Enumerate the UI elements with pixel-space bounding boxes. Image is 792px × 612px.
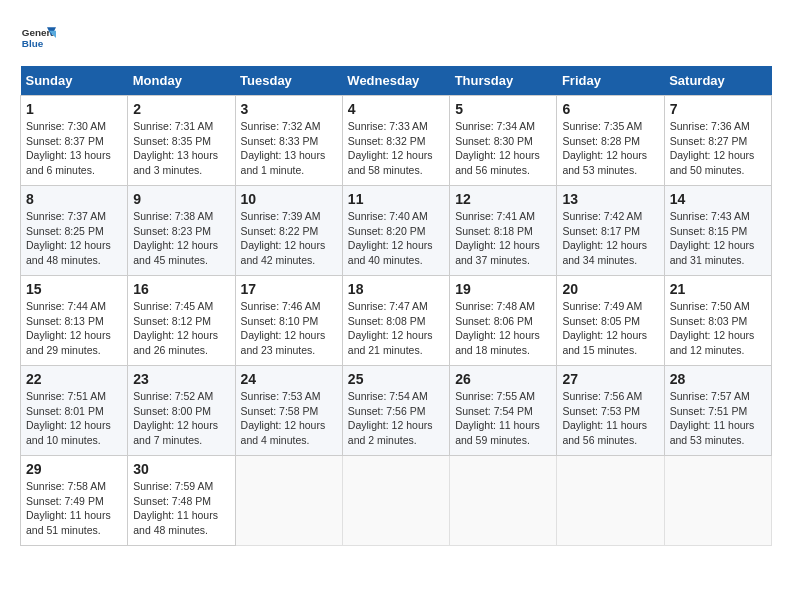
daylight-text: Daylight: 12 hours and 42 minutes. bbox=[241, 238, 337, 267]
daylight-text: Daylight: 11 hours and 51 minutes. bbox=[26, 508, 122, 537]
daylight-text: Daylight: 12 hours and 56 minutes. bbox=[455, 148, 551, 177]
sunset-text: Sunset: 7:51 PM bbox=[670, 404, 766, 419]
daylight-text: Daylight: 12 hours and 10 minutes. bbox=[26, 418, 122, 447]
calendar-cell: 4Sunrise: 7:33 AMSunset: 8:32 PMDaylight… bbox=[342, 96, 449, 186]
weekday-header-saturday: Saturday bbox=[664, 66, 771, 96]
calendar-cell: 14Sunrise: 7:43 AMSunset: 8:15 PMDayligh… bbox=[664, 186, 771, 276]
sunrise-text: Sunrise: 7:47 AM bbox=[348, 299, 444, 314]
calendar-cell: 20Sunrise: 7:49 AMSunset: 8:05 PMDayligh… bbox=[557, 276, 664, 366]
daylight-text: Daylight: 12 hours and 2 minutes. bbox=[348, 418, 444, 447]
sunrise-text: Sunrise: 7:40 AM bbox=[348, 209, 444, 224]
sunrise-text: Sunrise: 7:50 AM bbox=[670, 299, 766, 314]
daylight-text: Daylight: 11 hours and 48 minutes. bbox=[133, 508, 229, 537]
sunset-text: Sunset: 8:12 PM bbox=[133, 314, 229, 329]
sunrise-text: Sunrise: 7:56 AM bbox=[562, 389, 658, 404]
day-info: Sunrise: 7:52 AMSunset: 8:00 PMDaylight:… bbox=[133, 389, 229, 448]
sunset-text: Sunset: 8:22 PM bbox=[241, 224, 337, 239]
calendar-cell: 13Sunrise: 7:42 AMSunset: 8:17 PMDayligh… bbox=[557, 186, 664, 276]
day-number: 27 bbox=[562, 371, 658, 387]
calendar-table: SundayMondayTuesdayWednesdayThursdayFrid… bbox=[20, 66, 772, 546]
sunrise-text: Sunrise: 7:54 AM bbox=[348, 389, 444, 404]
calendar-cell: 1Sunrise: 7:30 AMSunset: 8:37 PMDaylight… bbox=[21, 96, 128, 186]
day-info: Sunrise: 7:42 AMSunset: 8:17 PMDaylight:… bbox=[562, 209, 658, 268]
day-number: 19 bbox=[455, 281, 551, 297]
sunset-text: Sunset: 8:33 PM bbox=[241, 134, 337, 149]
calendar-cell bbox=[557, 456, 664, 546]
sunset-text: Sunset: 8:18 PM bbox=[455, 224, 551, 239]
day-info: Sunrise: 7:56 AMSunset: 7:53 PMDaylight:… bbox=[562, 389, 658, 448]
sunrise-text: Sunrise: 7:45 AM bbox=[133, 299, 229, 314]
day-info: Sunrise: 7:47 AMSunset: 8:08 PMDaylight:… bbox=[348, 299, 444, 358]
day-info: Sunrise: 7:37 AMSunset: 8:25 PMDaylight:… bbox=[26, 209, 122, 268]
day-number: 24 bbox=[241, 371, 337, 387]
day-number: 2 bbox=[133, 101, 229, 117]
day-number: 22 bbox=[26, 371, 122, 387]
daylight-text: Daylight: 13 hours and 1 minute. bbox=[241, 148, 337, 177]
day-info: Sunrise: 7:44 AMSunset: 8:13 PMDaylight:… bbox=[26, 299, 122, 358]
sunset-text: Sunset: 8:06 PM bbox=[455, 314, 551, 329]
sunrise-text: Sunrise: 7:30 AM bbox=[26, 119, 122, 134]
day-info: Sunrise: 7:39 AMSunset: 8:22 PMDaylight:… bbox=[241, 209, 337, 268]
weekday-header-wednesday: Wednesday bbox=[342, 66, 449, 96]
sunset-text: Sunset: 8:30 PM bbox=[455, 134, 551, 149]
day-info: Sunrise: 7:34 AMSunset: 8:30 PMDaylight:… bbox=[455, 119, 551, 178]
day-number: 3 bbox=[241, 101, 337, 117]
day-number: 7 bbox=[670, 101, 766, 117]
sunrise-text: Sunrise: 7:46 AM bbox=[241, 299, 337, 314]
weekday-header-row: SundayMondayTuesdayWednesdayThursdayFrid… bbox=[21, 66, 772, 96]
sunset-text: Sunset: 8:35 PM bbox=[133, 134, 229, 149]
calendar-cell: 3Sunrise: 7:32 AMSunset: 8:33 PMDaylight… bbox=[235, 96, 342, 186]
daylight-text: Daylight: 11 hours and 59 minutes. bbox=[455, 418, 551, 447]
daylight-text: Daylight: 12 hours and 48 minutes. bbox=[26, 238, 122, 267]
daylight-text: Daylight: 12 hours and 4 minutes. bbox=[241, 418, 337, 447]
calendar-cell: 7Sunrise: 7:36 AMSunset: 8:27 PMDaylight… bbox=[664, 96, 771, 186]
sunset-text: Sunset: 8:23 PM bbox=[133, 224, 229, 239]
sunset-text: Sunset: 8:25 PM bbox=[26, 224, 122, 239]
calendar-cell bbox=[450, 456, 557, 546]
calendar-cell: 27Sunrise: 7:56 AMSunset: 7:53 PMDayligh… bbox=[557, 366, 664, 456]
day-number: 6 bbox=[562, 101, 658, 117]
weekday-header-sunday: Sunday bbox=[21, 66, 128, 96]
daylight-text: Daylight: 12 hours and 7 minutes. bbox=[133, 418, 229, 447]
daylight-text: Daylight: 11 hours and 53 minutes. bbox=[670, 418, 766, 447]
sunset-text: Sunset: 8:17 PM bbox=[562, 224, 658, 239]
calendar-cell: 19Sunrise: 7:48 AMSunset: 8:06 PMDayligh… bbox=[450, 276, 557, 366]
day-number: 15 bbox=[26, 281, 122, 297]
sunrise-text: Sunrise: 7:42 AM bbox=[562, 209, 658, 224]
day-info: Sunrise: 7:48 AMSunset: 8:06 PMDaylight:… bbox=[455, 299, 551, 358]
sunset-text: Sunset: 8:27 PM bbox=[670, 134, 766, 149]
calendar-cell bbox=[664, 456, 771, 546]
calendar-cell bbox=[235, 456, 342, 546]
day-info: Sunrise: 7:49 AMSunset: 8:05 PMDaylight:… bbox=[562, 299, 658, 358]
day-info: Sunrise: 7:50 AMSunset: 8:03 PMDaylight:… bbox=[670, 299, 766, 358]
day-number: 30 bbox=[133, 461, 229, 477]
day-number: 21 bbox=[670, 281, 766, 297]
sunset-text: Sunset: 8:32 PM bbox=[348, 134, 444, 149]
logo-icon: General Blue bbox=[20, 20, 56, 56]
day-info: Sunrise: 7:38 AMSunset: 8:23 PMDaylight:… bbox=[133, 209, 229, 268]
day-number: 26 bbox=[455, 371, 551, 387]
calendar-cell: 11Sunrise: 7:40 AMSunset: 8:20 PMDayligh… bbox=[342, 186, 449, 276]
daylight-text: Daylight: 12 hours and 29 minutes. bbox=[26, 328, 122, 357]
day-number: 13 bbox=[562, 191, 658, 207]
day-info: Sunrise: 7:31 AMSunset: 8:35 PMDaylight:… bbox=[133, 119, 229, 178]
sunset-text: Sunset: 7:53 PM bbox=[562, 404, 658, 419]
sunrise-text: Sunrise: 7:51 AM bbox=[26, 389, 122, 404]
calendar-cell: 6Sunrise: 7:35 AMSunset: 8:28 PMDaylight… bbox=[557, 96, 664, 186]
sunrise-text: Sunrise: 7:52 AM bbox=[133, 389, 229, 404]
daylight-text: Daylight: 12 hours and 34 minutes. bbox=[562, 238, 658, 267]
svg-text:Blue: Blue bbox=[22, 38, 44, 49]
day-info: Sunrise: 7:41 AMSunset: 8:18 PMDaylight:… bbox=[455, 209, 551, 268]
day-info: Sunrise: 7:53 AMSunset: 7:58 PMDaylight:… bbox=[241, 389, 337, 448]
day-number: 9 bbox=[133, 191, 229, 207]
sunset-text: Sunset: 8:01 PM bbox=[26, 404, 122, 419]
sunset-text: Sunset: 8:10 PM bbox=[241, 314, 337, 329]
sunset-text: Sunset: 8:05 PM bbox=[562, 314, 658, 329]
sunset-text: Sunset: 7:58 PM bbox=[241, 404, 337, 419]
calendar-cell: 28Sunrise: 7:57 AMSunset: 7:51 PMDayligh… bbox=[664, 366, 771, 456]
daylight-text: Daylight: 12 hours and 21 minutes. bbox=[348, 328, 444, 357]
sunset-text: Sunset: 8:08 PM bbox=[348, 314, 444, 329]
day-info: Sunrise: 7:43 AMSunset: 8:15 PMDaylight:… bbox=[670, 209, 766, 268]
day-number: 14 bbox=[670, 191, 766, 207]
sunrise-text: Sunrise: 7:35 AM bbox=[562, 119, 658, 134]
